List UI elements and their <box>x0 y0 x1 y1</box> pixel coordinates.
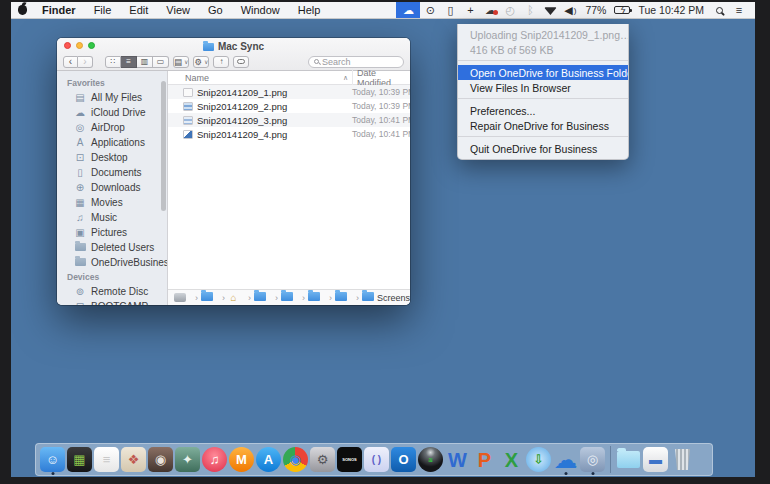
ibooks[interactable]: M <box>228 444 255 475</box>
sidebar-item[interactable]: A Applications <box>57 135 167 150</box>
menu-item[interactable]: View Files In Browser <box>458 80 628 95</box>
sidebar-item[interactable]: ▣ Pictures <box>57 225 167 240</box>
sonos[interactable]: SONOS <box>336 444 363 475</box>
trash[interactable] <box>669 444 696 475</box>
arrange-button[interactable]: ▤∨ <box>173 56 189 68</box>
powerpoint[interactable]: P <box>471 444 498 475</box>
menubar-menu[interactable]: Finder <box>33 2 85 18</box>
menu-item[interactable]: Uploading Snip20141209_1.png… <box>458 27 628 42</box>
column-header-name[interactable]: Name ∧ <box>168 73 352 83</box>
path-folder[interactable] <box>254 292 281 303</box>
system-preferences[interactable]: ⚙ <box>309 444 336 475</box>
title-bar[interactable]: Mac Sync <box>57 38 410 53</box>
sidebar-item[interactable]: ☁ iCloud Drive <box>57 105 167 120</box>
volume-icon[interactable]: ◀ <box>560 2 580 18</box>
sidebar-item[interactable]: ⊚ Remote Disc <box>57 284 167 299</box>
zoom-button[interactable] <box>88 42 95 49</box>
excel[interactable]: X <box>498 444 525 475</box>
onedrive-business-menubar-icon[interactable]: ☁ <box>396 2 420 18</box>
menubar-menu[interactable]: Help <box>289 2 330 18</box>
path-folder[interactable] <box>335 292 362 303</box>
sidebar-item[interactable]: ▦ Movies <box>57 195 167 210</box>
sidebar-item[interactable]: ◎ AirDrop <box>57 120 167 135</box>
file-row[interactable]: Snip20141209_1.png Today, 10:39 PM <box>168 85 410 99</box>
menu-item[interactable] <box>458 98 628 100</box>
bluetooth-icon[interactable]: ᛒ <box>520 2 540 18</box>
spotlight-search-icon[interactable] <box>709 2 729 18</box>
column-view-button[interactable]: ▥ <box>137 56 153 68</box>
notes-app[interactable]: ≡ <box>93 444 120 475</box>
file-row[interactable]: Snip20141209_2.png Today, 10:39 PM <box>168 99 410 113</box>
downloads-folder-stack[interactable] <box>615 444 642 475</box>
path-home[interactable]: ⌂ <box>228 293 254 303</box>
onedrive[interactable]: ☁ <box>552 444 579 475</box>
add-plus-icon[interactable]: + <box>460 2 480 18</box>
path-folder[interactable] <box>281 292 308 303</box>
menu-item[interactable]: 416 KB of 569 KB <box>458 42 628 57</box>
outlook[interactable]: O <box>390 444 417 475</box>
battery-percent-label[interactable]: 77% <box>580 2 611 18</box>
peripheral-battery-icon[interactable]: ▯ <box>440 2 460 18</box>
path-drive[interactable] <box>174 293 201 303</box>
tags-button[interactable] <box>233 56 249 68</box>
menu-item[interactable]: Quit OneDrive for Business <box>458 141 628 156</box>
itunes[interactable]: ♫ <box>201 444 228 475</box>
sidebar-item[interactable]: ▯ Documents <box>57 165 167 180</box>
file-row[interactable]: Snip20141209_3.png Today, 10:41 PM <box>168 113 410 127</box>
list-view-button[interactable]: ≡ <box>121 56 137 68</box>
menubar-menu[interactable]: Edit <box>120 2 157 18</box>
menubar-menu[interactable]: File <box>85 2 121 18</box>
forward-button[interactable]: › <box>78 56 93 68</box>
path-folder[interactable] <box>201 292 228 303</box>
screenshot-app[interactable]: ◎ <box>579 444 606 475</box>
menubar-clock[interactable]: Tue 10:42 PM <box>633 2 709 18</box>
icon-view-button[interactable]: ∷ <box>105 56 121 68</box>
battery-charging-icon[interactable] <box>611 2 633 18</box>
sidebar-item[interactable]: Deleted Users <box>57 240 167 255</box>
menubar-menu[interactable]: View <box>157 2 199 18</box>
menu-item[interactable] <box>458 60 628 62</box>
app-store[interactable]: A <box>255 444 282 475</box>
menu-item[interactable] <box>458 136 628 138</box>
sidebar-item[interactable]: OneDriveBusiness <box>57 255 167 270</box>
sidebar-item[interactable]: ⊕ Downloads <box>57 180 167 195</box>
menu-item[interactable]: Repair OneDrive for Business <box>458 118 628 133</box>
path-folder[interactable] <box>308 292 335 303</box>
search-field[interactable]: Search <box>308 56 404 68</box>
file-row[interactable]: Snip20141209_4.png Today, 10:41 PM <box>168 127 410 141</box>
wifi-icon[interactable] <box>540 2 560 18</box>
sidebar-item[interactable]: ⊡ Desktop <box>57 150 167 165</box>
menubar-menu[interactable]: Go <box>199 2 232 18</box>
menu-item[interactable]: Preferences... <box>458 103 628 118</box>
path-folder-screenshots[interactable]: Screenshots <box>362 292 410 303</box>
sidebar-item[interactable]: ♫ Music <box>57 210 167 225</box>
remote-screen-app[interactable]: ▦ <box>66 444 93 475</box>
onedrive-error-menubar-icon[interactable]: ☁ <box>480 2 500 18</box>
close-button[interactable] <box>64 42 71 49</box>
apple-menu[interactable] <box>11 2 33 18</box>
finder[interactable]: ☺ <box>39 444 66 475</box>
aperture-app[interactable]: ✦ <box>174 444 201 475</box>
sidebar-item[interactable]: ▤ All My Files <box>57 90 167 105</box>
dock-item[interactable] <box>606 444 615 475</box>
chrome[interactable]: ◉ <box>282 444 309 475</box>
photos-collage-app[interactable]: ❖ <box>120 444 147 475</box>
camera-collage-app[interactable]: ◉ <box>147 444 174 475</box>
dark-sphere-app[interactable]: ≋ <box>417 444 444 475</box>
sidebar-item[interactable]: ⊟ BOOTCAMP <box>57 299 167 305</box>
menu-item[interactable]: Open OneDrive for Business Folder <box>458 65 628 80</box>
word[interactable]: W <box>444 444 471 475</box>
globe-download-app[interactable]: ⇩ <box>525 444 552 475</box>
minimize-button[interactable] <box>76 42 83 49</box>
documents-stack[interactable]: ▬ <box>642 444 669 475</box>
sidebar-scrollbar[interactable] <box>161 81 166 211</box>
power-circle-icon[interactable]: ⊙ <box>420 2 440 18</box>
notification-center-icon[interactable]: ≡ <box>729 2 749 18</box>
menubar-menu[interactable]: Window <box>232 2 289 18</box>
share-button[interactable]: ↑ <box>213 56 229 68</box>
coverflow-view-button[interactable]: ▭ <box>153 56 169 68</box>
action-gear-button[interactable]: ⚙∨ <box>193 56 209 68</box>
time-machine-icon[interactable]: ◴ <box>500 2 520 18</box>
remote-access-app[interactable]: ( ) <box>363 444 390 475</box>
back-button[interactable]: ‹ <box>63 56 78 68</box>
